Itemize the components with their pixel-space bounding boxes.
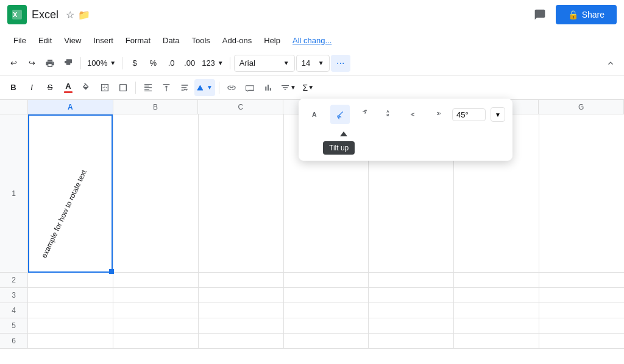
rotate-tilt-up-button[interactable]: A <box>330 105 350 124</box>
menu-edit[interactable]: Edit <box>32 33 58 47</box>
undo-button[interactable]: ↩ <box>5 55 22 72</box>
row-header-5[interactable]: 5 <box>0 318 28 334</box>
zoom-select[interactable]: 100% ▼ <box>85 55 118 72</box>
cell-e6[interactable] <box>369 334 453 349</box>
italic-button[interactable]: I <box>23 79 40 96</box>
cell-c3[interactable] <box>199 288 283 303</box>
selection-handle[interactable] <box>109 269 114 274</box>
cell-c4[interactable] <box>199 303 283 318</box>
cell-c5[interactable] <box>199 318 283 334</box>
horizontal-align-button[interactable] <box>140 79 157 96</box>
currency-button[interactable]: $ <box>126 55 143 72</box>
insert-comment-button[interactable] <box>241 79 258 96</box>
insert-link-button[interactable] <box>223 79 240 96</box>
cell-c1[interactable] <box>199 114 283 273</box>
cell-e4[interactable] <box>369 303 453 318</box>
menu-allchanges[interactable]: All chang... <box>286 33 338 47</box>
cell-e2[interactable] <box>369 273 453 288</box>
cell-g4[interactable] <box>539 303 624 318</box>
font-size-select[interactable]: 14 ▼ <box>296 55 330 72</box>
format-num-button[interactable]: 123 ▼ <box>199 55 226 72</box>
cell-b1[interactable] <box>113 114 198 273</box>
bold-button[interactable]: B <box>5 79 22 96</box>
paint-format-button[interactable] <box>60 55 77 72</box>
vertical-align-button[interactable] <box>158 79 175 96</box>
fill-color-button[interactable] <box>78 79 95 96</box>
col-header-b[interactable]: B <box>113 100 199 114</box>
insert-chart-button[interactable] <box>260 79 277 96</box>
menu-insert[interactable]: Insert <box>87 33 119 47</box>
cell-f5[interactable] <box>454 318 539 334</box>
cell-g5[interactable] <box>539 318 624 334</box>
menu-format[interactable]: Format <box>119 33 157 47</box>
col-header-a[interactable]: A <box>28 100 113 114</box>
cell-e3[interactable] <box>369 288 453 303</box>
cell-d4[interactable] <box>284 303 369 318</box>
text-wrap-button[interactable] <box>176 79 193 96</box>
rotate-up-button[interactable]: A <box>403 105 423 124</box>
cell-b4[interactable] <box>113 303 198 318</box>
merge-cells-button[interactable] <box>115 79 132 96</box>
cell-d3[interactable] <box>284 288 369 303</box>
cell-a5[interactable] <box>28 318 113 334</box>
row-header-3[interactable]: 3 <box>0 288 28 303</box>
cell-c6[interactable] <box>199 334 283 349</box>
cell-b5[interactable] <box>113 318 198 334</box>
cell-d5[interactable] <box>284 318 369 334</box>
cell-e5[interactable] <box>369 318 453 334</box>
menu-data[interactable]: Data <box>157 33 185 47</box>
col-header-c[interactable]: C <box>198 100 283 114</box>
cell-g2[interactable] <box>539 273 624 288</box>
row-header-2[interactable]: 2 <box>0 273 28 288</box>
rotate-none-button[interactable]: A <box>306 105 325 124</box>
row-header-6[interactable]: 6 <box>0 334 28 349</box>
angle-input[interactable] <box>452 108 486 121</box>
col-header-g[interactable]: G <box>539 100 624 114</box>
cell-a3[interactable] <box>28 288 113 303</box>
chat-button[interactable] <box>529 4 551 26</box>
collapse-toolbar-button[interactable] <box>602 55 619 72</box>
cell-b2[interactable] <box>113 273 198 288</box>
rotate-down-button[interactable]: A <box>428 105 447 124</box>
cell-b6[interactable] <box>113 334 198 349</box>
cell-a4[interactable] <box>28 303 113 318</box>
redo-button[interactable]: ↪ <box>23 55 40 72</box>
cell-g3[interactable] <box>539 288 624 303</box>
cell-d2[interactable] <box>284 273 369 288</box>
cell-f6[interactable] <box>454 334 539 349</box>
font-select[interactable]: Arial ▼ <box>234 55 295 72</box>
row-header-1[interactable]: 1 <box>0 114 28 273</box>
row-header-4[interactable]: 4 <box>0 303 28 318</box>
menu-view[interactable]: View <box>58 33 87 47</box>
cell-g1[interactable] <box>539 114 624 273</box>
text-rotation-button[interactable]: ▼ <box>194 79 215 96</box>
print-button[interactable] <box>41 55 58 72</box>
cell-c2[interactable] <box>199 273 283 288</box>
text-color-button[interactable]: A <box>60 79 77 96</box>
angle-arrow-button[interactable]: ▼ <box>491 107 505 122</box>
menu-tools[interactable]: Tools <box>185 33 216 47</box>
folder-icon[interactable]: 📁 <box>78 9 90 21</box>
rotate-stack-button[interactable]: A B <box>379 105 399 124</box>
decimal-more-button[interactable]: .00 <box>181 55 198 72</box>
strikethrough-button[interactable]: S <box>41 79 58 96</box>
cell-f4[interactable] <box>454 303 539 318</box>
cell-a1[interactable]: example for how to rotate text <box>28 114 113 273</box>
menu-help[interactable]: Help <box>258 33 286 47</box>
cell-f2[interactable] <box>454 273 539 288</box>
cell-d6[interactable] <box>284 334 369 349</box>
menu-addons[interactable]: Add-ons <box>216 33 258 47</box>
borders-button[interactable] <box>96 79 113 96</box>
cell-g6[interactable] <box>539 334 624 349</box>
star-icon[interactable]: ☆ <box>66 9 74 21</box>
decimal-less-button[interactable]: .0 <box>163 55 180 72</box>
filter-button[interactable]: ▼ <box>278 79 299 96</box>
sum-button[interactable]: Σ ▼ <box>300 79 317 96</box>
share-button[interactable]: 🔒 Share <box>556 5 617 24</box>
percent-button[interactable]: % <box>144 55 161 72</box>
cell-a2[interactable] <box>28 273 113 288</box>
rotate-tilt-down-button[interactable]: A <box>355 105 374 124</box>
cell-b3[interactable] <box>113 288 198 303</box>
menu-file[interactable]: File <box>7 33 32 47</box>
cell-a6[interactable] <box>28 334 113 349</box>
